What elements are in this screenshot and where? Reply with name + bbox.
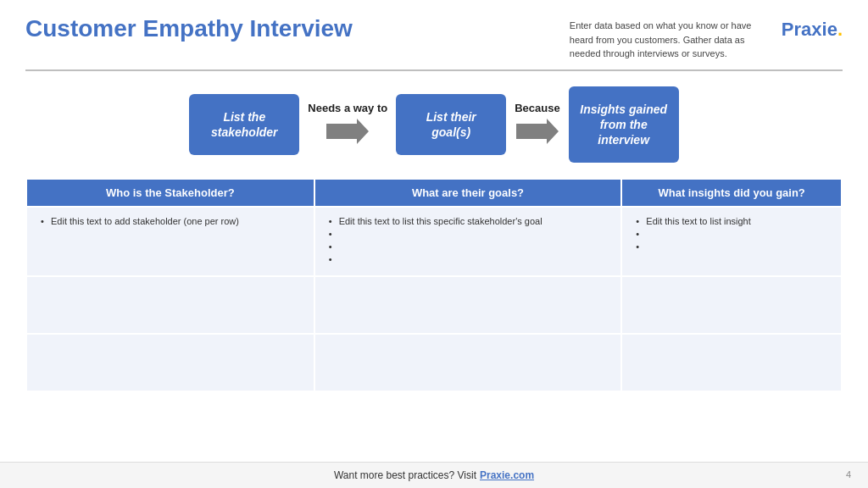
flow-box-stakeholder: List the stakeholder (189, 94, 299, 155)
col-header-insights: What insights did you gain? (621, 179, 842, 207)
stakeholder-list-1: Edit this text to add stakeholder (one p… (39, 216, 302, 226)
col-header-stakeholder: Who is the Stakeholder? (26, 179, 314, 207)
list-item[interactable]: Edit this text to list insight (634, 216, 829, 226)
connector-label-2: Because (511, 102, 563, 114)
list-item[interactable] (327, 241, 609, 252)
page-title: Customer Empathy Interview (25, 15, 353, 42)
empathy-table: Who is the Stakeholder? What are their g… (25, 178, 843, 392)
flow-diagram: List the stakeholder Needs a way to List… (0, 71, 868, 179)
main-table-section: Who is the Stakeholder? What are their g… (0, 178, 868, 392)
svg-marker-1 (516, 119, 559, 144)
logo: Praxie. (782, 15, 843, 41)
stakeholder-cell-3[interactable] (26, 334, 314, 391)
svg-marker-0 (326, 119, 369, 144)
flow-box-insights: Insights gainedfrom theinterview (569, 86, 679, 164)
flow-connector-2: Because (511, 102, 563, 147)
header-description: Enter data based on what you know or hav… (570, 15, 765, 61)
flow-connector-1: Needs a way to (304, 102, 391, 147)
stakeholder-cell-1[interactable]: Edit this text to add stakeholder (one p… (26, 207, 314, 276)
table-row (26, 276, 842, 334)
insights-cell-1[interactable]: Edit this text to list insight (621, 207, 842, 276)
flow-box-goals: List their goal(s) (396, 94, 506, 155)
page-number: 4 (846, 469, 851, 480)
stakeholder-cell-2[interactable] (26, 276, 314, 334)
table-row: Edit this text to add stakeholder (one p… (26, 207, 842, 276)
header-right: Enter data based on what you know or hav… (570, 15, 843, 61)
goals-cell-2[interactable] (314, 276, 622, 334)
col-header-goals: What are their goals? (314, 179, 622, 207)
table-row (26, 334, 842, 391)
table-header: Who is the Stakeholder? What are their g… (26, 179, 842, 207)
goals-cell-3[interactable] (314, 334, 622, 391)
page-header: Customer Empathy Interview Enter data ba… (0, 0, 868, 69)
insights-list-1: Edit this text to list insight (634, 216, 829, 252)
arrow-2 (516, 116, 559, 147)
insights-cell-2[interactable] (621, 276, 842, 334)
page-footer: Want more best practices? Visit Praxie.c… (0, 462, 868, 488)
arrow-1 (326, 116, 369, 147)
list-item[interactable] (327, 254, 609, 264)
list-item[interactable] (634, 229, 829, 239)
list-item[interactable]: Edit this text to add stakeholder (one p… (39, 216, 302, 226)
footer-link[interactable]: Praxie.com (480, 469, 534, 481)
logo-dot: . (837, 19, 843, 40)
insights-cell-3[interactable] (621, 334, 842, 391)
footer-text: Want more best practices? Visit (334, 469, 476, 481)
table-body: Edit this text to add stakeholder (one p… (26, 207, 842, 391)
goals-cell-1[interactable]: Edit this text to list this specific sta… (314, 207, 622, 276)
list-item[interactable] (634, 241, 829, 252)
list-item[interactable]: Edit this text to list this specific sta… (327, 216, 609, 226)
table-header-row: Who is the Stakeholder? What are their g… (26, 179, 842, 207)
list-item[interactable] (327, 229, 609, 239)
flow-box-insights-label: Insights gainedfrom theinterview (580, 102, 667, 148)
goals-list-1: Edit this text to list this specific sta… (327, 216, 609, 264)
connector-label-1: Needs a way to (304, 102, 391, 114)
